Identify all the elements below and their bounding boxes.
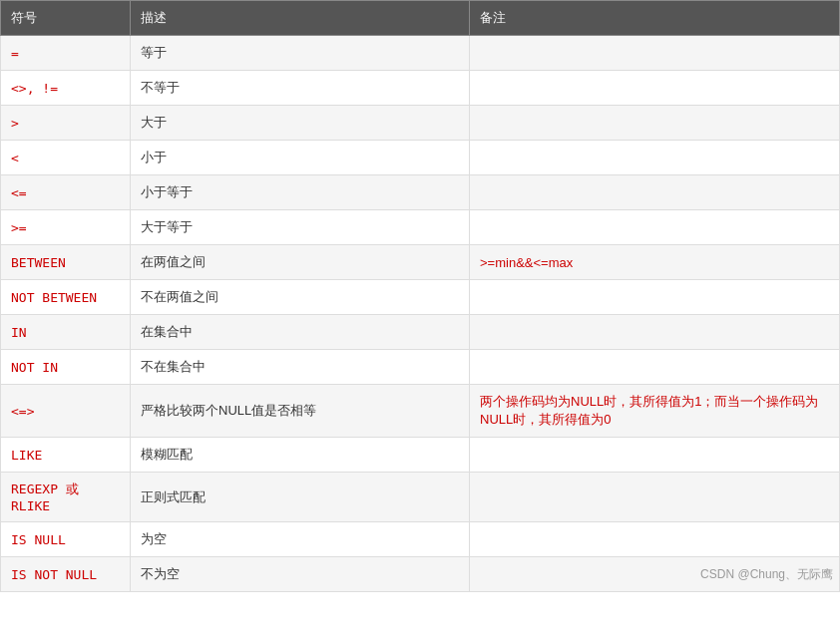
- cell-symbol: NOT IN: [1, 350, 131, 385]
- table-row: NOT BETWEEN不在两值之间: [1, 280, 840, 315]
- cell-desc: 小于: [131, 141, 470, 175]
- table-row: REGEXP 或 RLIKE正则式匹配: [1, 473, 840, 522]
- cell-note: [470, 71, 840, 106]
- cell-desc: 在两值之间: [131, 245, 470, 280]
- cell-symbol: BETWEEN: [1, 245, 131, 280]
- cell-note: 两个操作码均为NULL时，其所得值为1；而当一个操作码为NULL时，其所得值为0: [470, 385, 840, 438]
- cell-note: [470, 210, 840, 245]
- cell-symbol: IS NULL: [1, 522, 131, 557]
- cell-symbol: >=: [1, 210, 131, 245]
- cell-desc: 不等于: [131, 71, 470, 106]
- table-row: >大于: [1, 106, 840, 141]
- table-row: BETWEEN在两值之间>=min&&<=max: [1, 245, 840, 280]
- cell-symbol: IS NOT NULL: [1, 557, 131, 592]
- cell-desc: 在集合中: [131, 315, 470, 350]
- table-row: LIKE模糊匹配: [1, 438, 840, 473]
- cell-note: [470, 175, 840, 210]
- cell-note: [470, 522, 840, 557]
- table-row: <>, !=不等于: [1, 71, 840, 106]
- cell-symbol: >: [1, 106, 131, 141]
- header-symbol: 符号: [1, 1, 131, 36]
- table-row: IN在集合中: [1, 315, 840, 350]
- cell-symbol: NOT BETWEEN: [1, 280, 131, 315]
- cell-symbol: LIKE: [1, 438, 131, 473]
- cell-symbol: IN: [1, 315, 131, 350]
- cell-note: [470, 106, 840, 141]
- cell-note: CSDN @Chung、无际鹰: [470, 557, 840, 592]
- cell-note: [470, 141, 840, 175]
- table-row: >=大于等于: [1, 210, 840, 245]
- cell-desc: 严格比较两个NULL值是否相等: [131, 385, 470, 438]
- table-row: <=小于等于: [1, 175, 840, 210]
- cell-symbol: <>, !=: [1, 71, 131, 106]
- cell-symbol: <=>: [1, 385, 131, 438]
- table-row: =等于: [1, 36, 840, 71]
- cell-note: [470, 350, 840, 385]
- cell-desc: 大于等于: [131, 210, 470, 245]
- cell-note: [470, 473, 840, 522]
- cell-desc: 不在两值之间: [131, 280, 470, 315]
- cell-desc: 正则式匹配: [131, 473, 470, 522]
- cell-desc: 不在集合中: [131, 350, 470, 385]
- operators-table: 符号 描述 备注 =等于<>, !=不等于>大于<小于<=小于等于>=大于等于B…: [0, 0, 840, 592]
- cell-desc: 不为空: [131, 557, 470, 592]
- cell-note: [470, 36, 840, 71]
- table-row: <小于: [1, 141, 840, 175]
- cell-symbol: <: [1, 141, 131, 175]
- cell-note: [470, 280, 840, 315]
- cell-note: [470, 315, 840, 350]
- header-desc: 描述: [131, 1, 470, 36]
- header-note: 备注: [470, 1, 840, 36]
- table-row: IS NOT NULL不为空CSDN @Chung、无际鹰: [1, 557, 840, 592]
- table-row: IS NULL为空: [1, 522, 840, 557]
- cell-symbol: <=: [1, 175, 131, 210]
- table-row: NOT IN不在集合中: [1, 350, 840, 385]
- cell-desc: 大于: [131, 106, 470, 141]
- cell-desc: 小于等于: [131, 175, 470, 210]
- cell-desc: 等于: [131, 36, 470, 71]
- cell-desc: 为空: [131, 522, 470, 557]
- cell-symbol: =: [1, 36, 131, 71]
- cell-note: >=min&&<=max: [470, 245, 840, 280]
- cell-symbol: REGEXP 或 RLIKE: [1, 473, 131, 522]
- cell-note: [470, 438, 840, 473]
- cell-desc: 模糊匹配: [131, 438, 470, 473]
- table-row: <=>严格比较两个NULL值是否相等两个操作码均为NULL时，其所得值为1；而当…: [1, 385, 840, 438]
